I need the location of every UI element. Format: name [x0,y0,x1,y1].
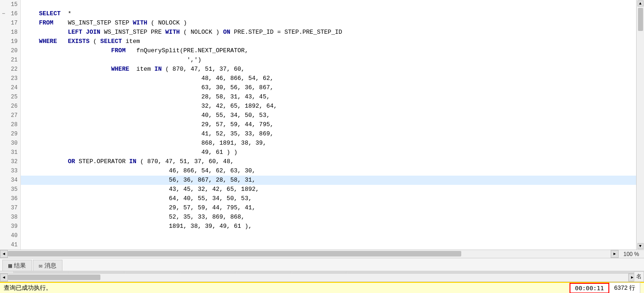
code-editor[interactable]: SELECT * FROM WS_INST_STEP STEP WITH ( N… [21,0,636,250]
scroll-thumb-vertical[interactable] [638,8,643,31]
line-num-33: 33 [0,166,20,176]
h-scroll-track[interactable] [8,250,611,258]
line-num-39: 39 [0,222,20,231]
main-container: 15 16 17 18 19 20 21 22 23 24 25 26 27 2… [0,0,644,293]
line-num-18: 18 [0,28,20,37]
code-line-20: FROM fnQuerySplit(PRE.NEXT_OPERATOR, [21,46,636,55]
messages-icon: ✉ [39,262,43,269]
execution-time: 00:00:11 [570,283,610,293]
line-num-20: 20 [0,46,20,55]
code-line-40 [21,231,636,240]
code-line-28: 29, 57, 59, 44, 795, [21,120,636,129]
editor-vertical-scrollbar[interactable]: ▲ ▼ [636,0,644,250]
code-line-22: WHERE item IN ( 870, 47, 51, 37, 60, [21,65,636,74]
results-h-track[interactable] [8,274,628,281]
line-num-24: 24 [0,83,20,92]
scroll-up-button[interactable]: ▲ [638,0,644,6]
code-line-31: 49, 61 ) ) [21,148,636,157]
results-scroll-left[interactable]: ◄ [0,274,8,281]
line-num-30: 30 [0,139,20,148]
line-num-25: 25 [0,92,20,102]
tab-results[interactable]: ▦ 结果 [2,260,32,271]
zoom-level: 100 % [619,251,644,257]
line-num-22: 22 [0,65,20,74]
line-num-31: 31 [0,148,20,157]
code-line-32: OR STEP.OPERATOR IN ( 870, 47, 51, 37, 6… [21,157,636,166]
line-numbers: 15 16 17 18 19 20 21 22 23 24 25 26 27 2… [0,0,21,250]
code-line-41 [21,240,636,250]
line-num-28: 28 [0,120,20,129]
code-line-15 [21,0,636,9]
line-num-40: 40 [0,231,20,240]
results-horizontal-scrollbar[interactable]: ◄ ► [0,273,636,281]
line-num-32: 32 [0,157,20,166]
tab-results-label: 结果 [14,262,26,270]
code-line-39: 1891, 38, 39, 49, 61 ), [21,222,636,231]
code-line-36: 64, 40, 55, 34, 50, 53, [21,194,636,203]
status-bar: 查询已成功执行。 00:00:11 6372 行 [0,282,644,293]
code-line-23: 48, 46, 866, 54, 62, [21,74,636,83]
results-h-thumb[interactable] [8,275,100,280]
line-num-27: 27 [0,111,20,120]
tab-messages[interactable]: ✉ 消息 [33,260,62,271]
code-line-24: 63, 30, 56, 36, 867, [21,83,636,92]
editor-area: 15 16 17 18 19 20 21 22 23 24 25 26 27 2… [0,0,644,250]
results-icon: ▦ [8,262,12,269]
scroll-right-button[interactable]: ► [611,250,619,258]
code-line-25: 28, 58, 31, 43, 45, [21,92,636,102]
code-line-33: 46, 866, 54, 62, 63, 30, [21,166,636,176]
line-num-16: 16 [0,9,20,18]
code-line-37: 29, 57, 59, 44, 795, 41, [21,203,636,213]
line-num-26: 26 [0,102,20,111]
tabs-area: ▦ 结果 ✉ 消息 [0,258,644,271]
code-line-26: 32, 42, 65, 1892, 64, [21,102,636,111]
line-num-34: 34 [0,176,20,185]
horizontal-scroll-bar: ◄ ► 100 % [0,250,644,258]
right-label-name: 名 [634,271,644,282]
status-right-section: 00:00:11 6372 行 [570,282,640,293]
status-message: 查询已成功执行。 [4,284,52,292]
code-line-27: 40, 55, 34, 50, 53, [21,111,636,120]
line-num-21: 21 [0,55,20,65]
line-num-35: 35 [0,185,20,194]
line-num-23: 23 [0,74,20,83]
h-scroll-thumb[interactable] [8,251,461,256]
scroll-down-button[interactable]: ▼ [638,243,644,249]
code-line-16: SELECT * [21,9,636,18]
code-line-30: 868, 1891, 38, 39, [21,139,636,148]
code-line-34: 56, 36, 867, 28, 58, 31, [21,176,636,185]
line-num-19: 19 [0,37,20,46]
code-line-38: 52, 35, 33, 869, 868, [21,213,636,222]
tab-messages-label: 消息 [44,262,56,270]
code-line-18: LEFT JOIN WS_INST_STEP PRE WITH ( NOLOCK… [21,28,636,37]
line-num-29: 29 [0,129,20,139]
line-num-37: 37 [0,203,20,213]
line-num-15: 15 [0,0,20,9]
code-line-17: FROM WS_INST_STEP STEP WITH ( NOLOCK ) [21,18,636,28]
line-num-41: 41 [0,240,20,250]
code-line-21: ',') [21,55,636,65]
code-line-29: 41, 52, 35, 33, 869, [21,129,636,139]
right-panel-labels: 名 连 称 [634,271,644,282]
line-num-17: 17 [0,18,20,28]
code-line-35: 43, 45, 32, 42, 65, 1892, [21,185,636,194]
line-num-36: 36 [0,194,20,203]
row-count: 6372 行 [609,282,640,293]
scroll-left-button[interactable]: ◄ [0,250,8,258]
code-line-19: WHERE EXISTS ( SELECT item [21,37,636,46]
line-num-38: 38 [0,213,20,222]
results-area: 1 ▲ ▼ ◄ ► 名 连 称 [0,271,644,282]
